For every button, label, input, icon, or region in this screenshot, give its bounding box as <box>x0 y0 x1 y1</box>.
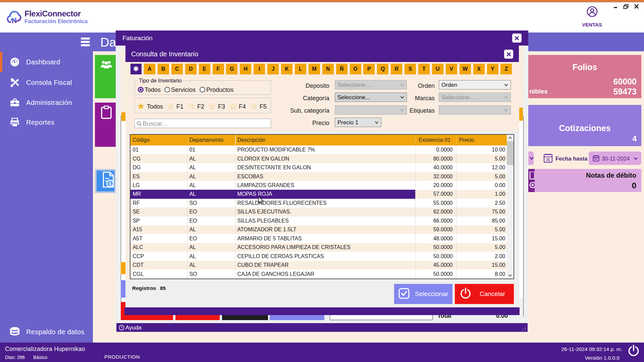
svg-text:31: 31 <box>546 158 550 162</box>
svg-text:$: $ <box>109 181 111 186</box>
svg-text:?: ? <box>120 326 122 330</box>
